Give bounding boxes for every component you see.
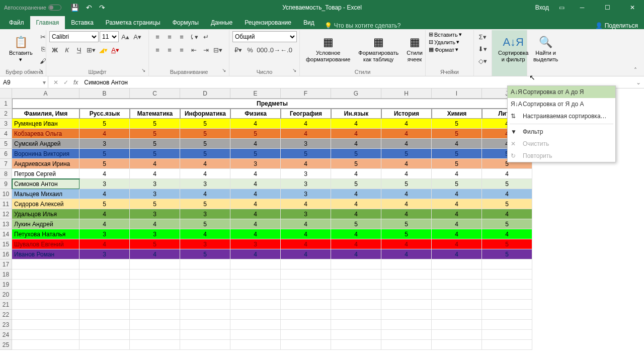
cell[interactable] [432, 320, 482, 330]
cell[interactable]: 4 [130, 159, 180, 169]
cell[interactable]: Румянцев Иван [12, 119, 79, 129]
cell[interactable]: 5 [230, 149, 281, 159]
cell[interactable]: 5 [482, 199, 532, 209]
cell[interactable] [12, 269, 79, 280]
cell[interactable] [432, 290, 482, 300]
cell[interactable] [230, 290, 281, 300]
row-header[interactable]: 25 [0, 340, 12, 350]
cell[interactable]: Андриевская Ирина [12, 159, 79, 169]
cell[interactable] [79, 300, 130, 310]
cancel-formula-icon[interactable]: ✕ [53, 79, 58, 86]
cell[interactable] [482, 259, 532, 269]
cell[interactable]: 5 [482, 219, 532, 229]
find-select-button[interactable]: 🔍Найти и выделить [530, 31, 561, 67]
cell[interactable] [432, 310, 482, 320]
cell[interactable]: 3 [79, 179, 130, 189]
merge-button[interactable]: ⊟▾ [212, 44, 223, 55]
cell[interactable] [281, 310, 331, 320]
cell[interactable]: 4 [482, 169, 532, 179]
cell[interactable]: 5 [130, 199, 180, 209]
cell[interactable] [130, 300, 180, 310]
cell[interactable] [381, 310, 432, 320]
cell[interactable]: 5 [180, 249, 230, 259]
cell[interactable]: 4 [331, 199, 381, 209]
cell[interactable] [130, 340, 180, 350]
cell[interactable]: 5 [130, 139, 180, 149]
cell[interactable]: 3 [180, 209, 230, 219]
cell[interactable]: 5 [482, 249, 532, 259]
row-header[interactable]: 2 [0, 109, 12, 119]
close-button[interactable]: ✕ [625, 4, 640, 11]
cell[interactable]: История [381, 109, 432, 119]
cell[interactable] [180, 269, 230, 280]
row-header[interactable]: 20 [0, 290, 12, 300]
cell[interactable]: 5 [432, 129, 482, 139]
cell[interactable] [482, 340, 532, 350]
cell[interactable]: 5 [180, 139, 230, 149]
wrap-text-icon[interactable]: ↵ [200, 31, 211, 42]
format-cells-button[interactable]: ▦ Формат ▾ [429, 46, 470, 53]
cell[interactable]: 4 [381, 189, 432, 199]
percent-icon[interactable]: % [245, 44, 256, 55]
cell[interactable]: 4 [381, 199, 432, 209]
cell-styles-button[interactable]: ▦Стили ячеек [404, 31, 426, 67]
cell[interactable]: 4 [230, 219, 281, 229]
cell[interactable] [79, 269, 130, 280]
cell[interactable] [331, 300, 381, 310]
tab-review[interactable]: Рецензирование [238, 16, 297, 29]
cell[interactable]: 4 [79, 219, 130, 229]
cell[interactable] [230, 320, 281, 330]
cell[interactable] [381, 259, 432, 269]
delete-cells-button[interactable]: ⊟ Удалить ▾ [429, 39, 470, 45]
cell[interactable]: 4 [432, 209, 482, 219]
cell[interactable]: 4 [180, 189, 230, 199]
cell[interactable] [381, 300, 432, 310]
cell[interactable]: 5 [130, 129, 180, 139]
cell[interactable] [381, 269, 432, 280]
currency-icon[interactable]: ₽▾ [232, 44, 244, 55]
clipboard-launcher[interactable]: ↘ [39, 67, 43, 73]
autosave-toggle[interactable] [48, 5, 61, 11]
cell[interactable]: 3 [180, 179, 230, 189]
font-name-select[interactable]: Calibri [49, 31, 99, 42]
cell[interactable]: Симонов Антон [12, 179, 79, 189]
align-top-icon[interactable]: ≡ [152, 31, 163, 42]
maximize-button[interactable]: ☐ [600, 4, 615, 11]
cell[interactable]: 3 [130, 209, 180, 219]
cell[interactable]: 4 [281, 199, 331, 209]
cell[interactable]: 4 [331, 119, 381, 129]
font-size-select[interactable]: 11 [100, 31, 119, 42]
cell[interactable] [331, 259, 381, 269]
cell[interactable]: 4 [230, 139, 281, 149]
cell[interactable] [180, 280, 230, 290]
cell[interactable] [281, 259, 331, 269]
cell[interactable]: 4 [331, 209, 381, 219]
cell[interactable]: 4 [432, 229, 482, 239]
cell[interactable] [381, 280, 432, 290]
row-header[interactable]: 8 [0, 169, 12, 179]
cell[interactable] [79, 310, 130, 320]
cell[interactable] [130, 320, 180, 330]
row-header[interactable]: 1 [0, 99, 12, 109]
col-header[interactable]: C [130, 88, 180, 99]
cell[interactable]: 4 [79, 189, 130, 199]
cell[interactable]: 5 [331, 179, 381, 189]
cell[interactable]: Сумский Андрей [12, 139, 79, 149]
cell[interactable] [230, 259, 281, 269]
cell[interactable] [180, 320, 230, 330]
autosum-icon[interactable]: Σ▾ [477, 31, 488, 42]
cell[interactable]: 5 [130, 149, 180, 159]
cell[interactable]: 4 [281, 159, 331, 169]
cell[interactable]: 5 [381, 219, 432, 229]
paste-button[interactable]: 📋Вставить▾ [6, 31, 36, 67]
cell[interactable]: 4 [180, 159, 230, 169]
cell[interactable] [482, 280, 532, 290]
cell[interactable]: 4 [432, 249, 482, 259]
cell[interactable]: 4 [381, 129, 432, 139]
cell[interactable] [381, 330, 432, 340]
col-header[interactable]: E [230, 88, 281, 99]
cell[interactable]: 5 [331, 219, 381, 229]
cell[interactable] [230, 269, 281, 280]
cell[interactable] [79, 259, 130, 269]
cell[interactable] [12, 310, 79, 320]
